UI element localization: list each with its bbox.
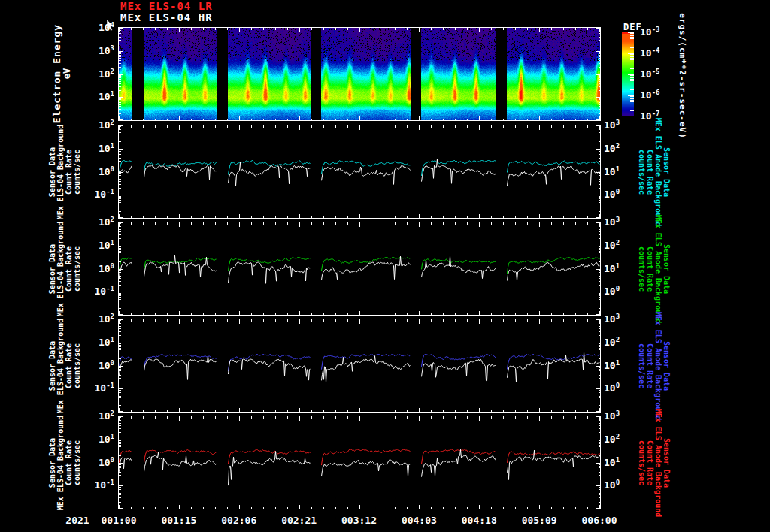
- axis-tick-label: 102: [604, 143, 620, 155]
- xaxis-tick-label: 004:18: [462, 515, 497, 526]
- xaxis-year-label: 2021: [65, 515, 89, 526]
- axis-tick-label: 100: [604, 382, 620, 394]
- label-line: Count Rate: [646, 117, 654, 226]
- xaxis-tick-label: 002:21: [281, 515, 317, 526]
- axis-tick-label: 100: [604, 286, 620, 298]
- axis-tick-label: 100: [604, 189, 620, 201]
- label-line: Sensor Data: [48, 318, 56, 413]
- axis-tick-label: 101: [77, 240, 114, 252]
- axis-tick-label: 101: [604, 166, 620, 178]
- colorbar-def-label: DEF: [623, 22, 642, 32]
- label-line: Count Rate: [65, 318, 73, 413]
- panel-right-ylabel: Sensor DataMEx ELS Anode BackgroundCount…: [638, 117, 671, 226]
- label-line: counts/sec: [638, 214, 646, 323]
- label-line: MEx ELS Anode Background: [654, 214, 662, 323]
- label-line: Sensor Data: [48, 415, 56, 509]
- axis-tick-label: 103: [604, 216, 620, 228]
- plot-title-lr: MEx ELS-04 LR: [120, 0, 213, 12]
- label-line: MEx ELS-04 Background: [56, 221, 65, 316]
- axis-tick-label: 101: [77, 434, 114, 446]
- axis-tick-label: 10-1: [77, 189, 114, 201]
- xaxis-tick-label: 006:00: [582, 515, 617, 526]
- label-line: Sensor Data: [48, 221, 56, 316]
- label-line: Count Rate: [646, 408, 654, 517]
- label-line: MEx ELS-04 Background: [56, 415, 65, 509]
- plot-title-hr: MEx ELS-04 HR: [120, 11, 213, 23]
- spectrogram-ylabel: Electron Energy eV: [51, 24, 72, 123]
- xaxis-tick-label: 004:03: [402, 515, 437, 526]
- line-panel-anode-blue: [118, 319, 601, 413]
- label-line: Sensor Data: [662, 214, 671, 323]
- axis-tick-label: 100: [604, 479, 620, 491]
- line-panel-anode-red: [118, 416, 601, 509]
- axis-tick-label: 103: [77, 45, 114, 57]
- axis-tick-label: 10-7: [640, 110, 660, 122]
- axis-tick-label: 102: [604, 337, 620, 349]
- axis-tick-label: 101: [604, 457, 620, 469]
- spectrogram-ylabel-unit: eV: [62, 24, 72, 123]
- axis-tick-label: 102: [77, 313, 114, 325]
- axis-tick-label: 102: [77, 68, 114, 80]
- label-line: Count Rate: [646, 311, 654, 420]
- plot-screen: MEx ELS-04 LR MEx ELS-04 HR DEF ergs/(cm…: [0, 0, 770, 532]
- label-line: Sensor Data: [662, 311, 671, 420]
- label-line: Count Rate: [65, 221, 73, 316]
- spectrogram-ylabel-text: Electron Energy: [51, 24, 62, 123]
- panel-right-ylabel: Sensor DataMEx ELS Anode BackgroundCount…: [638, 408, 671, 517]
- label-line: Sensor Data: [662, 117, 671, 226]
- label-line: counts/sec: [638, 408, 646, 517]
- xaxis-tick-label: 002:06: [221, 515, 256, 526]
- label-line: Count Rate: [65, 415, 73, 509]
- axis-tick-label: 101: [77, 337, 114, 349]
- label-line: counts/sec: [638, 311, 646, 420]
- axis-tick-label: 102: [604, 434, 620, 446]
- axis-tick-label: 103: [604, 410, 620, 422]
- label-line: Sensor Data: [662, 408, 671, 517]
- label-line: MEx ELS Anode Background: [654, 117, 662, 226]
- line-panel-anode-green: [118, 222, 601, 316]
- axis-tick-label: 10-1: [77, 382, 114, 394]
- axis-tick-label: 100: [77, 457, 114, 469]
- label-line: counts/sec: [638, 117, 646, 226]
- label-line: Count Rate: [646, 214, 654, 323]
- label-line: MEx ELS-04 Background: [56, 318, 65, 413]
- axis-tick-label: 101: [77, 91, 114, 103]
- xaxis-tick-label: 003:12: [341, 515, 377, 526]
- label-line: Sensor Data: [48, 124, 56, 219]
- panel-right-ylabel: Sensor DataMEx ELS Anode BackgroundCount…: [638, 214, 671, 323]
- colorbar-units-label: ergs/(cm**2-sr-sec-eV): [678, 13, 687, 139]
- line-panel-anode-cyan: [118, 125, 601, 219]
- axis-tick-label: 101: [604, 360, 620, 372]
- label-line: MEx ELS Anode Background: [654, 408, 662, 517]
- axis-tick-label: 102: [604, 240, 620, 252]
- axis-tick-label: 100: [77, 360, 114, 372]
- axis-tick-label: 10-5: [640, 68, 660, 80]
- axis-tick-label: 10-4: [640, 47, 660, 59]
- label-line: Count Rate: [65, 124, 73, 219]
- label-line: MEx ELS-04 Background: [56, 124, 65, 219]
- panel-right-ylabel: Sensor DataMEx ELS Anode BackgroundCount…: [638, 311, 671, 420]
- axis-tick-label: 102: [77, 119, 114, 131]
- axis-tick-label: 100: [77, 263, 114, 275]
- axis-tick-label: 102: [77, 216, 114, 228]
- axis-tick-label: 100: [77, 166, 114, 178]
- axis-tick-label: 10-1: [77, 286, 114, 298]
- axis-tick-label: 102: [77, 410, 114, 422]
- axis-tick-label: 103: [604, 119, 620, 131]
- axis-tick-label: 101: [77, 143, 114, 155]
- spectrogram-panel: [118, 27, 601, 121]
- xaxis-tick-label: 001:15: [161, 515, 196, 526]
- xaxis-tick-label: 001:00: [102, 515, 137, 526]
- axis-tick-label: 104: [77, 22, 114, 34]
- xaxis-tick-label: 005:09: [522, 515, 557, 526]
- colorbar: [622, 32, 637, 116]
- axis-tick-label: 10-1: [77, 479, 114, 491]
- label-line: MEx ELS Anode Background: [654, 311, 662, 420]
- axis-tick-label: 103: [604, 313, 620, 325]
- axis-tick-label: 10-6: [640, 89, 660, 101]
- axis-tick-label: 10-3: [640, 26, 660, 38]
- axis-tick-label: 101: [604, 263, 620, 275]
